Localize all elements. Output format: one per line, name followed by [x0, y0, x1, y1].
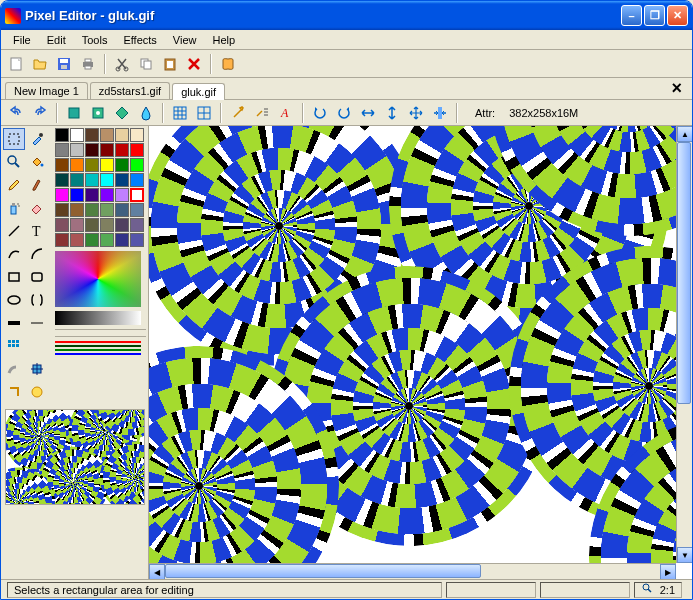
ellipse-tool[interactable] — [3, 289, 25, 311]
align-button[interactable] — [429, 102, 451, 124]
line-tool[interactable] — [3, 220, 25, 242]
paste-button[interactable] — [159, 53, 181, 75]
color-swatch[interactable] — [55, 233, 69, 247]
color-swatch[interactable] — [115, 128, 129, 142]
color-swatch[interactable] — [130, 203, 144, 217]
text-color-button[interactable]: A — [275, 102, 297, 124]
smudge-tool[interactable] — [3, 358, 25, 380]
color-swatch[interactable] — [100, 143, 114, 157]
tab-close-button[interactable]: × — [665, 78, 688, 99]
bracket-tool[interactable] — [26, 289, 48, 311]
cut-button[interactable] — [111, 53, 133, 75]
menu-effects[interactable]: Effects — [115, 32, 164, 47]
color-swatch[interactable] — [85, 233, 99, 247]
flip-h-button[interactable] — [357, 102, 379, 124]
wand-button[interactable] — [227, 102, 249, 124]
scroll-thumb-h[interactable] — [165, 564, 481, 578]
text-tool[interactable]: T — [26, 220, 48, 242]
tab-zd5stars1[interactable]: zd5stars1.gif — [90, 82, 170, 99]
color-swatch[interactable] — [85, 188, 99, 202]
zoom-tool[interactable] — [3, 151, 25, 173]
color-swatch[interactable] — [85, 203, 99, 217]
scroll-right-button[interactable]: ▶ — [660, 564, 676, 579]
flip-v-button[interactable] — [381, 102, 403, 124]
line-style-sample[interactable] — [55, 349, 141, 351]
color-swatch[interactable] — [70, 203, 84, 217]
color-swatch[interactable] — [100, 203, 114, 217]
color-swatch[interactable] — [85, 128, 99, 142]
curve-tool[interactable] — [3, 243, 25, 265]
color-swatch[interactable] — [55, 158, 69, 172]
redo-button[interactable] — [29, 102, 51, 124]
blank1-tool[interactable] — [26, 335, 48, 357]
roundrect-tool[interactable] — [26, 266, 48, 288]
color-swatch[interactable] — [55, 173, 69, 187]
tab-new-image-1[interactable]: New Image 1 — [5, 82, 88, 99]
rect-select-tool[interactable] — [3, 128, 25, 150]
color-swatch[interactable] — [55, 143, 69, 157]
color-swatch[interactable] — [100, 188, 114, 202]
color-swatch[interactable] — [100, 233, 114, 247]
layer2-button[interactable] — [87, 102, 109, 124]
scroll-left-button[interactable]: ◀ — [149, 564, 165, 579]
shape2-tool[interactable] — [26, 381, 48, 403]
color-swatch[interactable] — [70, 128, 84, 142]
color-swatch[interactable] — [70, 158, 84, 172]
delete-button[interactable] — [183, 53, 205, 75]
layer3-button[interactable] — [111, 102, 133, 124]
tab-gluk[interactable]: gluk.gif — [172, 83, 225, 100]
new-file-button[interactable] — [5, 53, 27, 75]
menu-file[interactable]: File — [5, 32, 39, 47]
eraser-tool[interactable] — [26, 197, 48, 219]
color-swatch[interactable] — [70, 218, 84, 232]
canvas[interactable] — [149, 126, 676, 563]
undo-button[interactable] — [5, 102, 27, 124]
thinline-tool[interactable] — [26, 312, 48, 334]
hue-picker[interactable] — [55, 251, 141, 307]
wideline-tool[interactable] — [3, 312, 25, 334]
color-swatch[interactable] — [130, 188, 144, 202]
color-swatch[interactable] — [100, 218, 114, 232]
value-slider[interactable] — [55, 311, 141, 325]
rect-tool[interactable] — [3, 266, 25, 288]
brush-tool[interactable] — [26, 174, 48, 196]
open-file-button[interactable] — [29, 53, 51, 75]
move-button[interactable] — [405, 102, 427, 124]
color-swatch[interactable] — [115, 218, 129, 232]
fill-tool[interactable] — [26, 151, 48, 173]
eyedropper-tool[interactable] — [26, 128, 48, 150]
color-swatch[interactable] — [85, 143, 99, 157]
dither-tool[interactable] — [3, 335, 25, 357]
color-swatch[interactable] — [70, 143, 84, 157]
color-swatch[interactable] — [115, 173, 129, 187]
scroll-up-button[interactable]: ▲ — [677, 126, 692, 142]
color-swatch[interactable] — [130, 143, 144, 157]
preview-thumbnail[interactable] — [5, 409, 145, 505]
color-swatch[interactable] — [70, 173, 84, 187]
spray-tool[interactable] — [3, 197, 25, 219]
color-swatch[interactable] — [55, 188, 69, 202]
color-swatch[interactable] — [115, 188, 129, 202]
color-swatch[interactable] — [85, 173, 99, 187]
color-swatch[interactable] — [130, 233, 144, 247]
color-swatch[interactable] — [130, 158, 144, 172]
titlebar[interactable]: Pixel Editor - gluk.gif – ❐ ✕ — [1, 1, 692, 30]
color-swatch[interactable] — [100, 173, 114, 187]
maximize-button[interactable]: ❐ — [644, 5, 665, 26]
color-swatch[interactable] — [115, 203, 129, 217]
close-button[interactable]: ✕ — [667, 5, 688, 26]
minimize-button[interactable]: – — [621, 5, 642, 26]
menu-edit[interactable]: Edit — [39, 32, 74, 47]
color-swatch[interactable] — [55, 128, 69, 142]
line-style-sample[interactable] — [55, 353, 141, 355]
color-swatch[interactable] — [100, 128, 114, 142]
horizontal-scrollbar[interactable]: ◀ ▶ — [149, 563, 676, 579]
color-swatch[interactable] — [70, 188, 84, 202]
pencil-tool[interactable] — [3, 174, 25, 196]
color-swatch[interactable] — [130, 173, 144, 187]
line-style-sample[interactable] — [55, 345, 141, 347]
wand-list-button[interactable] — [251, 102, 273, 124]
copy-button[interactable] — [135, 53, 157, 75]
layer1-button[interactable] — [63, 102, 85, 124]
menu-view[interactable]: View — [165, 32, 205, 47]
